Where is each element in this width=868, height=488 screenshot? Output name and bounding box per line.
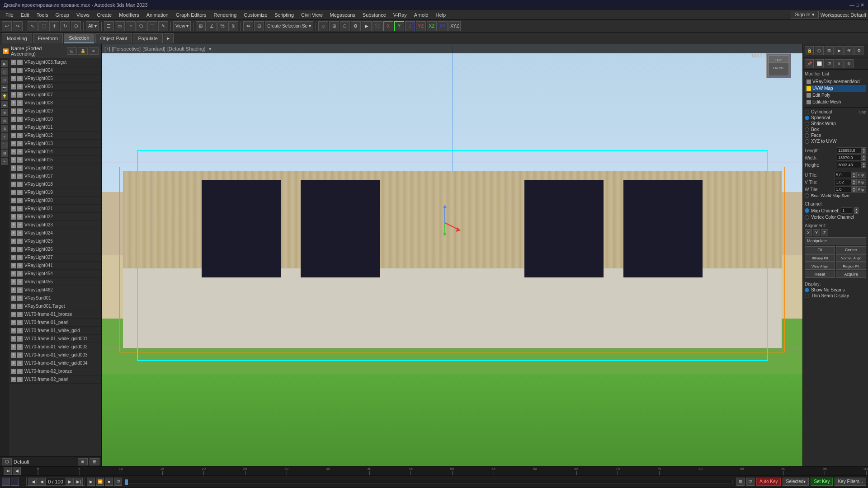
mod-pin-icon[interactable]: 📌 [805,59,814,68]
scene-item-31[interactable]: 👁 ☀ WL70-frame-01_bronze [9,310,101,319]
scale-button[interactable]: ⬡ [71,21,81,31]
xz-plane[interactable]: XZ [427,21,437,31]
yz-plane[interactable]: YZ [416,21,426,31]
nav-cube[interactable]: TOP FRONT [766,53,798,85]
panel-tool-9[interactable]: ⇅ [1,125,8,132]
tab-selection[interactable]: Selection [64,33,94,43]
rect-select-button[interactable]: ▭ [115,21,125,31]
radio-real-world[interactable] [805,193,809,198]
timeline-ticks[interactable]: 0510152025303540455055606570758085909510… [38,466,866,475]
scene-item-9[interactable]: 👁 ☀ VRayLight012 [9,131,101,140]
keyfilter-button[interactable]: Key Filters... [835,478,866,486]
tab-modeling[interactable]: Modeling [2,33,32,43]
all-dropdown[interactable]: All ▾ [86,21,99,31]
scene-footer-btn3[interactable]: ⊞ [90,458,99,465]
channel-spin-up[interactable]: ▲ [854,207,859,211]
rotate-button[interactable]: ↻ [60,21,70,31]
panel-tool-3[interactable]: ⊙ [1,76,8,84]
manipulate-button[interactable]: Manipulate [805,237,866,244]
panel-tool-8[interactable]: ⊞ [1,117,8,124]
radio-face[interactable] [805,133,809,138]
menu-modifiers[interactable]: Modifiers [115,11,143,19]
y-axis[interactable]: Y [394,21,404,31]
rp-display-icon[interactable]: 👁 [844,46,854,55]
scene-item-16[interactable]: 👁 ☀ VRayLight019 [9,188,101,197]
scene-item-25[interactable]: 👁 ☀ VRayLight041 [9,262,101,270]
angle-snap[interactable]: ∠ [207,21,217,31]
mod-delete-icon[interactable]: ✕ [835,59,844,68]
scene-item-22[interactable]: 👁 ☀ VRayLight025 [9,237,101,245]
view-align-button[interactable]: View Align [805,263,835,270]
scene-item-23[interactable]: 👁 ☀ VRayLight026 [9,245,101,253]
align-button[interactable]: ⊟ [254,21,264,31]
normal-align-button[interactable]: Normal Align [836,254,866,262]
percent-snap[interactable]: % [217,21,227,31]
scene-item-3[interactable]: 👁 ☀ VRayLight006 [9,83,101,91]
viewport-area[interactable]: [+] [Perspective] [Standard] [Default Sh… [102,44,802,466]
viewport-shading[interactable]: [Default Shading] [167,46,205,52]
redo-button[interactable]: ↪ [13,21,23,31]
next-key-btn[interactable]: ▶| [75,478,83,486]
fit-button[interactable]: Fit [805,246,835,253]
map-channel-input[interactable] [841,207,852,214]
z-align-button[interactable]: Z [821,229,828,236]
lasso-select-button[interactable]: ⌒ [147,21,157,31]
selected-dropdown[interactable]: Selected ▾ [783,478,809,486]
menu-megascans[interactable]: Megascans [326,11,359,19]
w-tile-input[interactable] [835,186,852,192]
mini-view-1[interactable] [2,478,10,486]
x-axis[interactable]: X [383,21,393,31]
modifier-uvw-map[interactable]: UVW Map [805,85,866,92]
panel-tool-6[interactable]: ☁ [1,101,8,108]
close-panel-button[interactable]: ✕ [89,47,99,55]
tab-object-paint[interactable]: Object Paint [95,33,132,43]
circle-select-button[interactable]: ○ [126,21,136,31]
panel-tool-1[interactable]: ▶ [1,60,8,67]
radio-thin-seam[interactable] [805,294,809,298]
mirror-button[interactable]: ⇔ [243,21,253,31]
viewport-arrow[interactable]: ▾ [209,46,212,52]
rp-motion-icon[interactable]: ▶ [835,46,844,55]
center-button[interactable]: Center [836,246,866,253]
scene-item-10[interactable]: 👁 ☀ VRayLight013 [9,140,101,148]
scene-item-27[interactable]: 👁 ☀ VRayLight455 [9,278,101,286]
tab-freeform[interactable]: Freeform [33,33,63,43]
viewport-standard[interactable]: [Standard] [142,46,165,52]
mini-view-2[interactable] [11,478,19,486]
prev-key-button[interactable]: ◀ [13,467,21,475]
w-spin-down[interactable]: ▼ [852,189,856,192]
menu-group[interactable]: Group [52,11,73,19]
key-mode-button[interactable]: ⊞ [736,478,745,486]
scene-item-2[interactable]: 👁 ☀ VRayLight005 [9,75,101,83]
scene-item-39[interactable]: 👁 ☀ WL70-frame-02_pearl [9,375,101,384]
sign-in-button[interactable]: Sign In ▾ [791,11,818,19]
play-fwd-button[interactable]: ⏩ [96,478,104,486]
panel-tool-4[interactable]: 📷 [1,84,8,92]
scene-item-14[interactable]: 👁 ☀ VRayLight017 [9,172,101,180]
scene-item-7[interactable]: 👁 ☀ VRayLight010 [9,115,101,123]
snap-toggle[interactable]: ⊞ [196,21,206,31]
create-sel-dropdown[interactable]: Create Selection Se ▾ [265,21,313,31]
panel-tool-10[interactable]: T [1,133,8,141]
undo-button[interactable]: ↩ [2,21,12,31]
v-spin-down[interactable]: ▼ [852,182,856,185]
scene-item-1[interactable]: 👁 ☀ VRayLight004 [9,66,101,75]
length-input[interactable] [837,147,862,154]
width-spin-down[interactable]: ▼ [862,158,866,161]
scene-item-28[interactable]: 👁 ☀ VRayLight462 [9,286,101,294]
menu-scripting[interactable]: Scripting [271,11,297,19]
viewport-perspective[interactable]: [Perspective] [112,46,141,52]
radio-box[interactable] [805,127,809,132]
scene-item-36[interactable]: 👁 ☀ WL70-frame-01_white_gold003 [9,351,101,359]
scene-item-4[interactable]: 👁 ☀ VRayLight007 [9,91,101,99]
modifier-editable-mesh[interactable]: Editable Mesh [805,99,866,105]
viewport-3d[interactable]: TOP FRONT 103:1:1 [102,44,802,466]
scene-item-33[interactable]: 👁 ☀ WL70-frame-01_white_gold [9,327,101,335]
panel-tool-7[interactable]: ⊕ [1,109,8,116]
filter-button[interactable]: ⊟ [67,47,77,55]
nav-cube-face[interactable]: TOP FRONT [766,53,791,78]
rp-modifier-icon[interactable]: ⬡ [815,46,824,55]
scene-item-11[interactable]: 👁 ☀ VRayLight014 [9,148,101,156]
radio-spherical[interactable] [805,116,809,120]
scene-item-34[interactable]: 👁 ☀ WL70-frame-01_white_gold001 [9,335,101,343]
